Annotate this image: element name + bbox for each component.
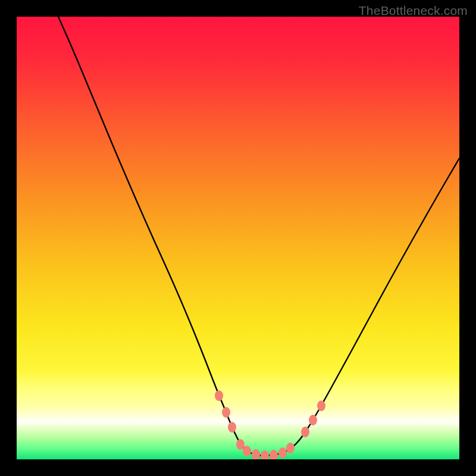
marker-point	[309, 415, 317, 425]
marker-point	[236, 439, 245, 450]
marker-point	[278, 447, 287, 458]
marker-point	[215, 390, 223, 401]
chart-frame: TheBottleneck.com	[0, 0, 476, 476]
chart-background	[17, 17, 459, 459]
marker-point	[222, 407, 230, 418]
plot-area	[17, 17, 459, 459]
watermark-text: TheBottleneck.com	[359, 4, 468, 18]
marker-point	[317, 400, 325, 411]
marker-point	[301, 427, 309, 437]
marker-point	[243, 446, 251, 456]
marker-point	[286, 443, 295, 453]
marker-point	[228, 422, 236, 433]
chart-svg	[17, 17, 459, 459]
